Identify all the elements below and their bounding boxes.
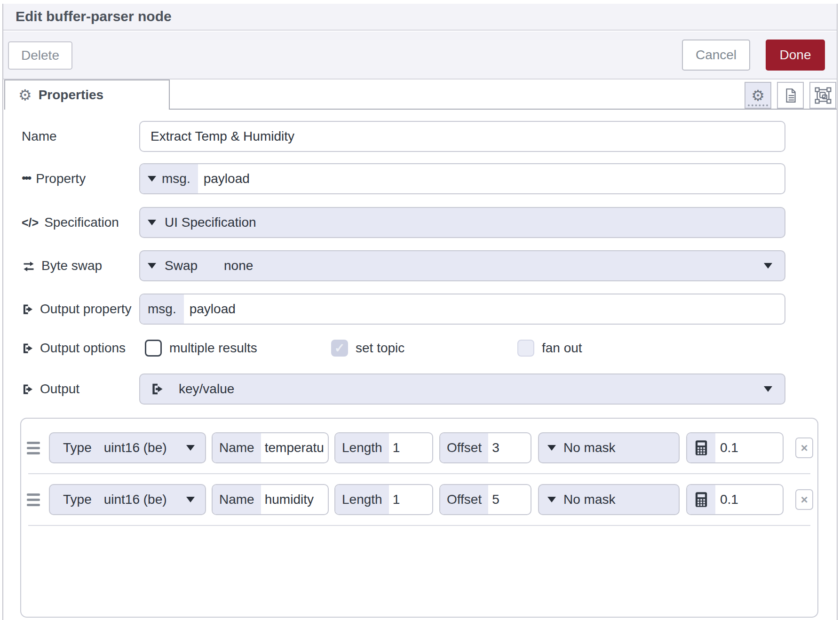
item-name-prefix: Name	[213, 485, 261, 514]
item-name-prefix: Name	[213, 433, 261, 462]
ellipsis-icon: •••	[22, 172, 30, 184]
output-property-input[interactable]	[184, 294, 785, 324]
close-icon: ×	[800, 441, 808, 455]
swap-arrows-icon	[22, 259, 36, 272]
item-name-field[interactable]: Name	[212, 432, 329, 463]
sign-out-icon	[22, 303, 34, 316]
document-icon	[783, 87, 799, 103]
calculator-icon	[687, 433, 715, 462]
gear-icon: ⚙	[751, 88, 765, 103]
tab-button-description[interactable]	[777, 82, 804, 109]
specification-select[interactable]: UI Specification	[139, 207, 785, 238]
chevron-down-icon	[148, 263, 156, 269]
fan-out-label: fan out	[542, 341, 582, 356]
dialog-header: Edit buffer-parser node	[3, 4, 837, 31]
sign-out-icon	[151, 382, 165, 396]
chevron-down-icon	[764, 263, 772, 269]
item-name-input[interactable]	[261, 485, 328, 514]
byte-swap-label: Byte swap	[22, 258, 102, 273]
chevron-down-icon	[547, 497, 556, 502]
list-row-separator	[28, 525, 810, 526]
dialog-title: Edit buffer-parser node	[16, 8, 172, 24]
item-type-select[interactable]: Type uint16 (be)	[49, 432, 206, 463]
tab-properties-label: Properties	[39, 87, 104, 103]
tab-button-appearance[interactable]	[809, 82, 836, 109]
property-input[interactable]	[198, 164, 785, 193]
tab-button-properties[interactable]: ⚙	[745, 82, 771, 109]
chevron-down-icon	[148, 220, 156, 225]
byte-swap-select[interactable]: Swap none	[139, 250, 785, 281]
output-label: Output	[22, 382, 79, 397]
drag-handle-icon[interactable]	[27, 442, 40, 454]
close-icon: ×	[800, 493, 808, 507]
code-icon: </>	[22, 216, 39, 230]
multiple-results-checkbox[interactable]	[145, 340, 162, 357]
chevron-down-icon	[547, 445, 556, 451]
item-scale-field[interactable]	[686, 432, 784, 463]
set-topic-label: set topic	[356, 341, 404, 356]
item-length-prefix: Length	[335, 433, 389, 462]
chevron-down-icon	[764, 386, 772, 392]
output-property-field[interactable]: msg.	[139, 294, 785, 325]
output-options-label: Output options	[22, 341, 126, 356]
output-property-label: Output property	[22, 302, 132, 317]
check-icon: ✓	[334, 341, 345, 356]
item-type-select[interactable]: Type uint16 (be)	[49, 484, 206, 515]
set-topic-checkbox[interactable]: ✓	[331, 340, 348, 357]
tabbar-bottom-line	[170, 109, 837, 110]
calculator-icon	[687, 485, 715, 514]
dialog-left-border	[2, 4, 3, 620]
item-length-input[interactable]	[389, 485, 432, 514]
item-name-input[interactable]	[261, 433, 328, 462]
sign-out-icon	[22, 383, 34, 396]
item-offset-prefix: Offset	[440, 485, 488, 514]
output-select[interactable]: key/value	[139, 374, 785, 405]
item-mask-select[interactable]: No mask	[538, 484, 680, 515]
active-tab-dotted-indicator	[748, 104, 768, 106]
item-length-field[interactable]: Length	[334, 432, 433, 463]
remove-item-button[interactable]: ×	[795, 437, 813, 458]
done-button[interactable]: Done	[766, 40, 825, 71]
name-label: Name	[22, 129, 57, 144]
item-scale-input[interactable]	[715, 485, 783, 514]
name-field[interactable]	[139, 121, 785, 152]
remove-item-button[interactable]: ×	[795, 489, 813, 510]
item-length-field[interactable]: Length	[334, 484, 433, 515]
item-offset-prefix: Offset	[440, 433, 488, 462]
tab-properties[interactable]: ⚙ Properties	[4, 79, 170, 110]
list-row-separator	[28, 473, 810, 474]
chevron-down-icon	[148, 176, 156, 182]
item-offset-field[interactable]: Offset	[439, 432, 531, 463]
item-scale-input[interactable]	[715, 433, 783, 462]
item-offset-input[interactable]	[488, 433, 531, 462]
chevron-down-icon	[186, 445, 195, 451]
specification-label: </> Specification	[22, 215, 119, 230]
property-label: ••• Property	[22, 171, 86, 186]
edit-node-dialog: Edit buffer-parser node Delete Cancel Do…	[0, 0, 840, 620]
multiple-results-label: multiple results	[169, 341, 257, 356]
cancel-button[interactable]: Cancel	[682, 40, 750, 71]
drag-handle-icon[interactable]	[27, 493, 40, 506]
dialog-right-border	[837, 4, 838, 620]
item-scale-field[interactable]	[686, 484, 784, 515]
gear-icon: ⚙	[18, 87, 32, 103]
item-mask-select[interactable]: No mask	[538, 432, 680, 463]
item-length-input[interactable]	[389, 433, 432, 462]
object-group-icon	[815, 87, 832, 104]
property-type-dropdown[interactable]: msg.	[140, 164, 198, 193]
property-field[interactable]: msg.	[139, 163, 785, 194]
item-length-prefix: Length	[335, 485, 389, 514]
item-name-field[interactable]: Name	[212, 484, 329, 515]
item-offset-input[interactable]	[488, 485, 531, 514]
fan-out-checkbox[interactable]	[517, 340, 534, 357]
delete-button[interactable]: Delete	[8, 41, 72, 70]
chevron-down-icon	[186, 497, 195, 502]
sign-out-icon	[22, 342, 34, 355]
output-property-prefix: msg.	[140, 294, 184, 324]
name-input[interactable]	[140, 122, 785, 151]
item-offset-field[interactable]: Offset	[439, 484, 531, 515]
